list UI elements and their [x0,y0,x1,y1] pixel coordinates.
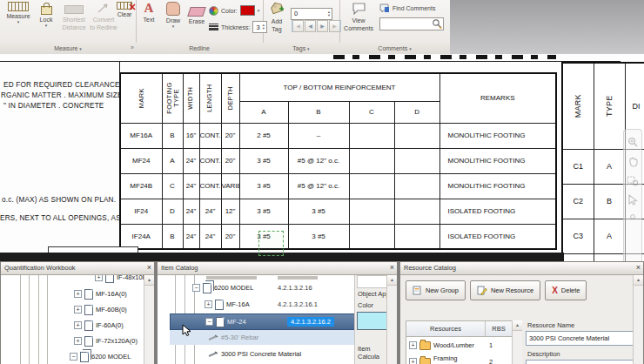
select-arrow-icon[interactable] [627,194,638,206]
ribbon-toolbar: Measure ▾ Lock ▾ Shortest Distance Conve… [0,0,644,55]
tree-item[interactable]: − 6200 MODEL [1,349,131,364]
measure-button[interactable]: Measure ▾ [3,2,33,24]
col-header-c: C [349,101,394,123]
col-header-b: B [288,101,349,123]
resource-toolbar: New Group New Resource X Delete [406,280,587,300]
scroll-up-icon[interactable]: ▲ [513,320,522,331]
resource-name-input[interactable]: 3000 PSI Concrete Material [526,331,641,346]
canvas-nav-toolbar[interactable] [623,129,642,261]
red-color-swatch[interactable] [240,5,255,16]
workbook-title-bar[interactable]: Quantification Workbook × [1,262,154,275]
text-label: Text [144,17,155,24]
resources-column-header: Resources [406,321,485,336]
resource-catalog-scrollbar[interactable]: ▲ [633,275,643,364]
resources-table: Resources RBS + Wood/Lumber 1 + Framing … [406,320,513,364]
schedule-row: MF16AB 16"CONT. 20"2 #5 – MONOLITHIC FOO… [120,123,556,148]
comments-group-label: Comments [378,45,407,51]
expand-icon[interactable]: + [409,358,417,364]
item-color-swatch[interactable] [357,312,388,330]
document-icon [105,275,114,283]
next-tag-button[interactable]: ▶ [317,20,328,32]
drawing-canvas[interactable]: ED FOR REQUIRED CLEARANCE @ RGANIC MATTE… [0,54,644,261]
options-dot-icon[interactable] [629,213,636,220]
first-tag-button[interactable]: ◀ [292,20,304,32]
resource-row[interactable]: + Wood/Lumber 1 [406,337,512,354]
redline-text-button[interactable]: A Text [138,2,160,24]
resource-catalog-title-bar[interactable]: Resource Catalog × [400,262,643,275]
redline-draw-button[interactable]: Draw ▾ [162,2,184,29]
item-catalog-scrollbar[interactable]: ▲ [386,275,397,364]
expand-icon[interactable]: + [74,321,82,329]
collapse-icon[interactable]: − [70,353,77,361]
resource-catalog-title: Resource Catalog [404,264,456,272]
tree-item[interactable]: + IF-72x120A(0) [1,334,138,348]
tree-item[interactable]: + IF-60A(0) [1,318,124,333]
zoom-window-icon[interactable] [627,175,639,186]
scroll-up-icon[interactable]: ▲ [387,275,397,286]
pan-hand-icon[interactable] [627,156,639,167]
resources-table-header[interactable]: Resources RBS [406,321,512,337]
expand-icon[interactable]: + [95,275,103,281]
tag-counter[interactable]: 0 ▲▼ [291,3,332,20]
expand-icon[interactable]: + [74,290,82,298]
scroll-up-icon[interactable]: ▲ [634,275,643,286]
comment-search-input[interactable] [379,17,444,30]
add-tag-button[interactable]: Add Tag [265,2,289,33]
ribbon-group-tags: Add Tag 0 ▲▼ ◀ ◀ ▶ ▶ Tags ▾ [263,0,340,54]
new-group-button[interactable]: New Group [406,280,466,300]
expand-icon[interactable]: + [74,306,82,313]
item-catalog-title-bar[interactable]: Item Catalog × [158,262,397,275]
object-appearance-label: Object App [358,290,390,298]
tree-item[interactable]: + IF-48x10B(0) [1,275,154,285]
document-icon [84,289,93,300]
chevron-down-icon: ▾ [172,24,175,29]
scroll-up-icon[interactable]: ▲ [144,275,154,286]
resources-table-scrollbar[interactable]: ▲ [512,320,522,364]
tree-item[interactable]: + MF-16A(0) [1,286,127,301]
comments-group-footer[interactable]: Comments ▾ [339,43,450,54]
view-comments-button[interactable]: View Comments [341,2,376,32]
color-label: Color [358,301,373,309]
tags-group-footer[interactable]: Tags ▾ [263,43,339,54]
new-resource-button[interactable]: New Resource [470,280,540,300]
tree-item[interactable]: + MF-60B(0) [1,302,127,317]
chevron-down-icon[interactable]: ▾ [258,9,260,13]
clear-measure-button[interactable]: Clear [115,2,134,18]
expand-icon[interactable]: + [74,337,82,345]
workbook-title: Quantification Workbook [4,264,76,272]
redline-erase-button[interactable]: Erase [186,2,207,25]
previous-tag-button[interactable]: ◀ [305,20,316,32]
chevron-down-icon: ▾ [307,46,310,51]
lock-button[interactable]: Lock ▾ [35,2,57,28]
spinner-arrows-icon[interactable]: ▲▼ [327,10,331,17]
convert-to-redline-button[interactable]: Convert to Redline [89,2,118,31]
collapse-icon[interactable]: − [192,284,200,292]
expand-icon[interactable]: + [409,341,417,349]
thickness-label: Thickness: [221,24,250,30]
add-tag-icon [270,2,284,16]
delete-button[interactable]: X Delete [545,280,587,300]
close-icon[interactable]: × [390,262,394,273]
resource-row[interactable]: + Framing Hardware 2 [406,354,512,364]
tree-item[interactable]: − 6200 MODEL 4.2.1.3.2.16 [158,280,386,295]
erase-icon [187,7,206,17]
ribbon-group-comments: View Comments Find Comments Comments [339,0,451,54]
new-resource-label: New Resource [491,286,533,294]
workbook-scrollbar[interactable]: ▲ [144,275,154,364]
description-input[interactable] [526,360,641,364]
convert-to-redline-label: Convert to Redline [90,16,117,31]
draw-hand-icon [166,2,180,16]
close-icon[interactable]: × [147,262,151,273]
dialog-launcher-icon[interactable]: » [131,42,134,53]
shortest-distance-button[interactable]: Shortest Distance [59,2,89,31]
comment-search-icon[interactable] [432,18,443,29]
takeoff-selection-box[interactable] [258,231,284,256]
collapse-icon[interactable]: − [205,318,213,326]
redline-group-footer[interactable]: Redline [136,43,263,54]
find-comments-button[interactable]: Find Comments [379,3,435,13]
chevron-down-icon: ▾ [79,46,82,51]
expand-icon[interactable]: + [205,300,212,308]
zoom-in-icon[interactable] [627,137,639,148]
measure-group-footer[interactable]: Measure ▾ » [0,43,136,54]
close-icon[interactable]: × [636,262,641,273]
